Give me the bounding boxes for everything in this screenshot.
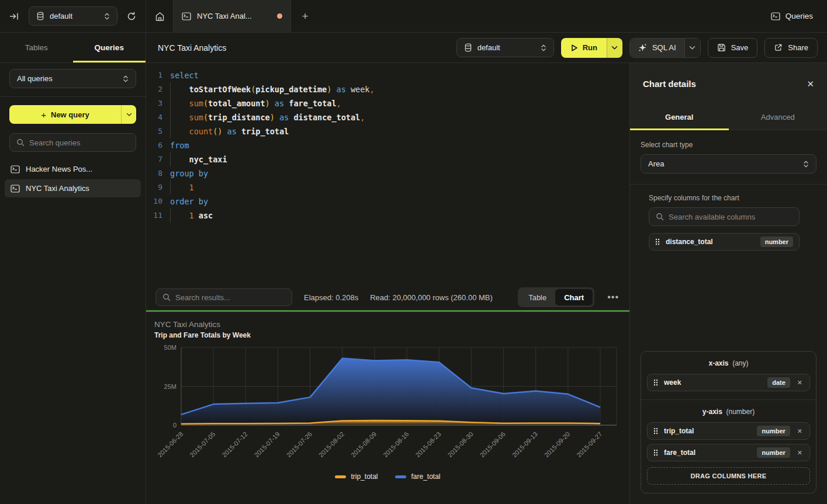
drag-columns-drop-zone[interactable]: DRAG COLUMNS HERE — [647, 467, 810, 485]
remove-column-button[interactable]: ✕ — [796, 449, 804, 457]
svg-text:2015-08-30: 2015-08-30 — [447, 430, 475, 458]
column-name: trip_total — [664, 427, 751, 435]
code-line: 10order by — [146, 194, 629, 208]
svg-text:0: 0 — [173, 422, 177, 429]
column-name: distance_total — [666, 238, 755, 246]
drag-handle[interactable] — [653, 449, 658, 456]
y-axis-column-fare-total[interactable]: fare_total number ✕ — [647, 444, 810, 461]
results-search-input[interactable] — [175, 293, 285, 302]
sql-ai-options-button[interactable] — [684, 39, 700, 57]
svg-text:2015-08-23: 2015-08-23 — [414, 430, 442, 458]
chevron-down-icon — [689, 46, 695, 50]
search-icon — [162, 293, 171, 301]
share-button[interactable]: Share — [764, 38, 818, 58]
view-table-button[interactable]: Table — [520, 289, 555, 305]
tab-advanced[interactable]: Advanced — [729, 105, 827, 130]
code-line: 8group by — [146, 166, 629, 180]
close-panel-button[interactable]: ✕ — [807, 79, 814, 89]
share-icon — [774, 43, 783, 52]
svg-text:2015-09-13: 2015-09-13 — [511, 430, 539, 458]
svg-text:2015-08-16: 2015-08-16 — [382, 430, 410, 458]
x-axis-section: x-axis (any) week date ✕ — [641, 352, 816, 399]
drag-dots-icon — [653, 449, 658, 456]
column-type-badge: date — [767, 377, 790, 388]
sql-editor-lines: 1select2toStartOfWeek(pickup_datetime) a… — [146, 68, 629, 223]
columns-label: Specify columns for the chart — [649, 194, 800, 202]
results-more-button[interactable]: ••• — [606, 292, 620, 303]
svg-text:2015-07-12: 2015-07-12 — [220, 430, 248, 458]
query-list: Hacker News Pos... NYC Taxi Analytics — [5, 160, 141, 197]
refresh-icon — [127, 12, 136, 21]
chart-panel: NYC Taxi Analytics Trip and Fare Totals … — [146, 312, 629, 504]
chevron-down-icon — [126, 113, 132, 117]
queries-icon — [771, 12, 780, 20]
fare-total-swatch — [395, 475, 406, 478]
sidebar-tabs: Tables Queries — [0, 33, 146, 62]
legend-label: fare_total — [411, 472, 440, 481]
new-tab-button[interactable]: + — [291, 0, 319, 32]
code-line: 4sum(trip_distance) as distance_total, — [146, 110, 629, 124]
available-column-distance-total[interactable]: distance_total number — [649, 233, 800, 251]
columns-block: Specify columns for the chart distance_t… — [649, 194, 800, 251]
view-chart-button[interactable]: Chart — [555, 289, 593, 305]
tab-nyc-taxi-analytics[interactable]: NYC Taxi Anal... — [174, 0, 291, 32]
x-axis-column-week[interactable]: week date ✕ — [647, 374, 810, 391]
sparkle-icon — [638, 43, 647, 52]
query-item-label: Hacker News Pos... — [26, 165, 92, 173]
drag-handle[interactable] — [653, 379, 658, 386]
tab-general[interactable]: General — [630, 105, 729, 130]
query-console-icon — [182, 12, 191, 20]
query-toolbar: NYC Taxi Analytics default Run SQL — [146, 33, 827, 62]
top-bar-left: default — [0, 0, 146, 32]
run-options-button[interactable] — [607, 38, 622, 58]
query-list-item-nyc-taxi[interactable]: NYC Taxi Analytics — [5, 179, 141, 197]
database-icon — [36, 12, 44, 20]
column-name: week — [664, 378, 762, 387]
search-icon — [16, 138, 25, 147]
legend-item-fare-total[interactable]: fare_total — [395, 472, 440, 481]
code-line: 3sum(total_amount) as fare_total, — [146, 96, 629, 110]
play-icon — [570, 44, 578, 52]
code-line: 5count() as trip_total — [146, 124, 629, 138]
code-line: 7nyc_taxi — [146, 152, 629, 166]
chart-details-body: Select chart type Area Specify columns f… — [630, 130, 827, 504]
legend-item-trip-total[interactable]: trip_total — [335, 472, 378, 481]
tab-tables[interactable]: Tables — [0, 33, 73, 62]
query-title: NYC Taxi Analytics — [158, 43, 226, 53]
chart-details-header: Chart details ✕ — [630, 63, 827, 105]
chevron-updown-icon — [541, 44, 546, 52]
new-query-button[interactable]: + New query — [9, 105, 121, 124]
queries-menu-button[interactable]: Queries — [757, 0, 827, 32]
home-button[interactable] — [146, 0, 174, 32]
chart-type-selector[interactable]: Area — [641, 154, 816, 173]
results-view-toggle: Table Chart — [518, 287, 594, 307]
drag-handle[interactable] — [655, 238, 660, 245]
save-button[interactable]: Save — [708, 38, 758, 58]
collapse-sidebar-button[interactable] — [9, 12, 19, 21]
y-axis-column-trip-total[interactable]: trip_total number ✕ — [647, 422, 810, 440]
remove-column-button[interactable]: ✕ — [796, 427, 804, 435]
query-filter-selector[interactable]: All queries — [9, 69, 136, 88]
svg-text:2015-06-28: 2015-06-28 — [156, 430, 184, 458]
tab-queries[interactable]: Queries — [73, 33, 146, 62]
refresh-button[interactable] — [127, 12, 136, 21]
remove-column-button[interactable]: ✕ — [796, 379, 804, 387]
y-axis-section: y-axis (number) trip_total number ✕ — [641, 399, 816, 493]
query-search-input[interactable] — [29, 138, 129, 147]
svg-text:2015-07-26: 2015-07-26 — [285, 430, 313, 458]
svg-text:2015-08-02: 2015-08-02 — [317, 430, 345, 458]
columns-search-input[interactable] — [669, 213, 793, 221]
new-query-options-button[interactable] — [121, 105, 136, 124]
new-query-split-button: + New query — [9, 105, 136, 124]
collapse-sidebar-icon — [9, 12, 19, 21]
run-database-selector[interactable]: default — [456, 38, 554, 57]
database-selector[interactable]: default — [29, 6, 117, 26]
drag-handle[interactable] — [653, 427, 658, 435]
chart-details-panel: Chart details ✕ General Advanced Select … — [630, 63, 827, 504]
legend-label: trip_total — [351, 472, 378, 481]
run-button[interactable]: Run — [561, 38, 607, 58]
sql-ai-button[interactable]: SQL AI — [630, 39, 684, 57]
query-list-item-hacker-news[interactable]: Hacker News Pos... — [5, 160, 141, 178]
content: All queries + New query — [0, 63, 827, 504]
sql-editor[interactable]: 1select2toStartOfWeek(pickup_datetime) a… — [146, 63, 629, 284]
